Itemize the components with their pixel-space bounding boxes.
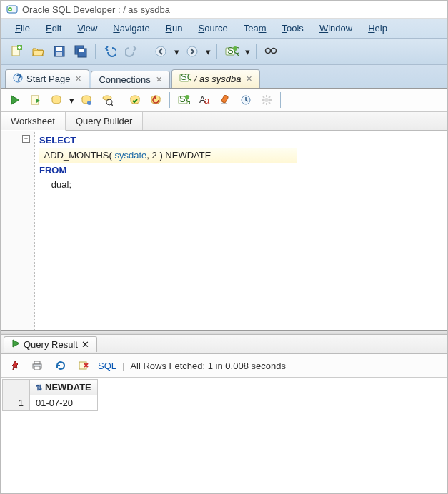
sql-worksheet-button[interactable]: SQL	[223, 43, 240, 60]
nav-fwd-menu[interactable]: ▾	[205, 46, 211, 57]
clear-button[interactable]	[216, 91, 234, 109]
nav-back-button[interactable]	[152, 43, 169, 60]
editor-gutter: −	[1, 131, 35, 330]
svg-text:?: ?	[16, 73, 22, 83]
close-icon[interactable]: ✕	[246, 74, 252, 84]
svg-text:a: a	[204, 95, 210, 106]
run-script-button[interactable]	[27, 91, 44, 109]
separator	[169, 92, 170, 108]
svg-point-11	[187, 46, 197, 56]
tab-label: / as sysdba	[194, 74, 242, 84]
rollback-button[interactable]	[147, 91, 164, 109]
svg-rect-39	[34, 366, 40, 370]
settings-button[interactable]	[258, 91, 275, 109]
result-tab-row: Query Result ✕	[1, 335, 447, 354]
menu-run[interactable]: Run	[159, 21, 190, 35]
svg-point-1	[8, 7, 12, 11]
sql-file-icon: SQL	[179, 73, 191, 85]
sql-link[interactable]: SQL	[98, 361, 116, 371]
print-button[interactable]	[29, 357, 46, 374]
undo-button[interactable]	[101, 43, 119, 60]
find-button[interactable]	[262, 43, 279, 60]
sql-tuning-button[interactable]	[99, 91, 116, 109]
svg-point-31	[185, 95, 189, 99]
separator	[95, 44, 96, 59]
open-button[interactable]	[29, 43, 46, 60]
to-uppercase-button[interactable]: Aa	[196, 91, 213, 109]
svg-rect-5	[56, 47, 62, 51]
menu-navigate[interactable]: Navigate	[106, 21, 156, 35]
sql-worksheet-menu[interactable]: ▾	[244, 46, 250, 57]
new-button[interactable]	[8, 43, 25, 60]
unshared-worksheet-button[interactable]: SQL	[175, 91, 192, 109]
autotrace-button[interactable]	[78, 91, 95, 109]
run-icon	[11, 339, 20, 350]
close-icon[interactable]: ✕	[156, 75, 162, 84]
separator	[146, 44, 146, 59]
tab-start-page[interactable]: ? Start Page ✕	[5, 69, 89, 88]
svg-text:SQL: SQL	[227, 45, 239, 56]
app-icon	[6, 4, 18, 15]
tab-label: Start Page	[26, 74, 70, 84]
menu-file[interactable]: File	[8, 21, 37, 35]
editor-tab-row: ? Start Page ✕ Connections ✕ SQL / as sy…	[1, 65, 447, 89]
menu-team[interactable]: Team	[237, 21, 274, 35]
column-header-newdate[interactable]: ⇅NEWDATE	[30, 380, 98, 395]
cell-newdate[interactable]: 01-07-20	[30, 395, 98, 411]
fold-minus-icon[interactable]: −	[22, 135, 30, 143]
svg-rect-9	[79, 49, 84, 52]
result-grid[interactable]: ⇅NEWDATE 1 01-07-20	[2, 379, 98, 411]
separator	[121, 92, 121, 108]
sql-history-button[interactable]	[237, 91, 254, 109]
save-all-button[interactable]	[72, 43, 89, 60]
svg-point-26	[106, 99, 112, 105]
tab-session[interactable]: SQL / as sysdba ✕	[171, 69, 261, 88]
separator	[256, 44, 257, 59]
close-icon[interactable]: ✕	[75, 74, 81, 84]
table-row[interactable]: 1 01-07-20	[3, 395, 98, 411]
run-statement-button[interactable]	[6, 91, 24, 109]
pin-button[interactable]	[6, 357, 24, 374]
subtab-worksheet[interactable]: Worksheet	[1, 112, 66, 131]
help-icon: ?	[13, 73, 23, 85]
fetch-status: All Rows Fetched: 1 in 0.008 seconds	[130, 361, 286, 371]
rownum-header[interactable]	[3, 380, 30, 395]
separator	[280, 92, 281, 108]
menu-source[interactable]: Source	[191, 21, 235, 35]
tab-query-result[interactable]: Query Result ✕	[4, 336, 97, 352]
svg-point-14	[233, 46, 237, 51]
svg-point-15	[266, 49, 271, 54]
subtab-row: Worksheet Query Builder	[1, 112, 447, 131]
refresh-button[interactable]	[52, 357, 69, 374]
redo-button[interactable]	[123, 43, 140, 60]
svg-point-36	[264, 98, 269, 102]
svg-text:SQL: SQL	[181, 73, 191, 82]
menu-tools[interactable]: Tools	[275, 21, 311, 35]
sql-editor[interactable]: SELECT ADD_MONTHS( sysdate, 2 ) NEWDATE …	[35, 131, 447, 330]
svg-point-16	[272, 49, 277, 54]
sort-icon: ⇅	[36, 383, 42, 392]
subtab-query-builder[interactable]: Query Builder	[66, 112, 143, 130]
delete-result-button[interactable]	[75, 357, 92, 374]
svg-point-24	[87, 101, 91, 105]
window-title: Oracle SQL Developer : / as sysdba	[22, 4, 170, 15]
explain-plan-menu[interactable]: ▾	[69, 95, 74, 106]
nav-back-menu[interactable]: ▾	[174, 46, 179, 57]
close-icon[interactable]: ✕	[81, 339, 89, 350]
menu-help[interactable]: Help	[361, 21, 394, 35]
worksheet-toolbar: ▾ SQL Aa	[1, 89, 447, 112]
svg-rect-34	[221, 95, 229, 104]
save-button[interactable]	[51, 43, 68, 60]
title-bar: Oracle SQL Developer : / as sysdba	[1, 1, 447, 19]
commit-button[interactable]	[126, 91, 144, 109]
menu-edit[interactable]: Edit	[39, 21, 69, 35]
nav-fwd-button[interactable]	[184, 43, 201, 60]
explain-plan-button[interactable]	[48, 91, 65, 109]
tab-label: Connections	[99, 74, 150, 85]
svg-rect-6	[56, 52, 62, 56]
tab-connections[interactable]: Connections ✕	[91, 71, 169, 88]
menu-window[interactable]: Window	[312, 21, 359, 35]
menu-view[interactable]: View	[70, 21, 104, 35]
svg-point-10	[156, 46, 166, 56]
rownum-cell: 1	[3, 395, 30, 411]
